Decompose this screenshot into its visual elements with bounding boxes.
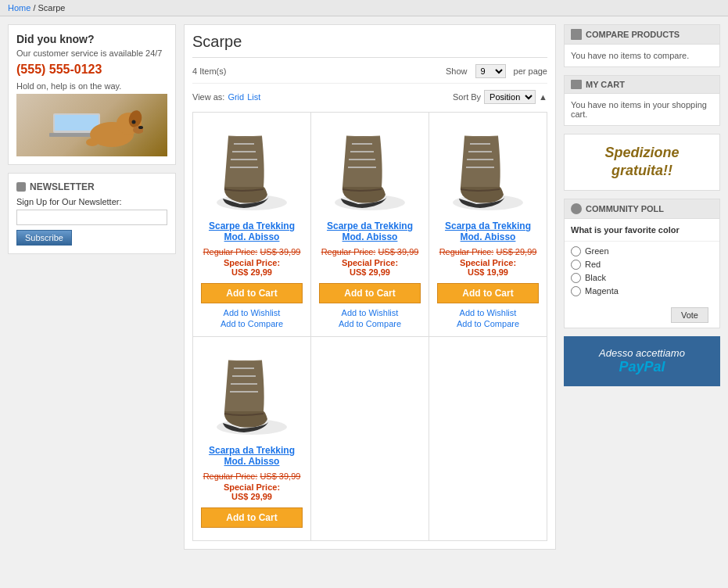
newsletter-box: NEWSLETTER Sign Up for Our Newsletter: S… — [8, 173, 176, 254]
poll-label-red: Red — [585, 260, 601, 269]
svg-point-9 — [86, 138, 99, 146]
boot-svg-3 — [437, 120, 539, 214]
vote-button[interactable]: Vote — [671, 307, 708, 323]
breadcrumb-home[interactable]: Home — [8, 3, 30, 13]
special-price-value-3: US$ 19,99 — [468, 267, 508, 277]
paypal-brand: PayPal — [619, 359, 665, 375]
sort-asc-link[interactable]: ▲ — [539, 92, 547, 102]
products-grid: Scarpe da Trekking Mod. Abisso Regular P… — [192, 112, 547, 337]
per-page-label: per page — [514, 66, 547, 76]
product-cell-2: Scarpe da Trekking Mod. Abisso Regular P… — [311, 113, 429, 337]
products-grid-row2: Scarpa da Trekking Mod. Abisso Regular P… — [192, 337, 547, 541]
compare-icon — [571, 29, 582, 40]
compare-link-3[interactable]: Add to Compare — [457, 319, 519, 328]
newsletter-email-input[interactable] — [16, 210, 167, 225]
paypal-box: Adesso accettiamo PayPal — [564, 336, 720, 386]
special-price-2: Special Price: US$ 29,99 — [342, 258, 398, 277]
per-page-select[interactable]: 9 18 36 — [475, 64, 506, 78]
breadcrumb-separator: / — [33, 3, 35, 13]
sort-select[interactable]: Position Name Price — [484, 90, 536, 104]
cart-icon — [571, 80, 582, 89]
product-name-3[interactable]: Scarpa da Trekking Mod. Abisso — [437, 220, 539, 242]
poll-radio-black[interactable] — [571, 273, 581, 283]
svg-rect-2 — [55, 115, 99, 131]
regular-price-4: Regular Price: US$ 39,99 — [203, 471, 301, 481]
boot-svg-4 — [201, 345, 303, 439]
phone-number: (555) 555-0123 — [16, 63, 167, 77]
product-name-2[interactable]: Scarpe da Trekking Mod. Abisso — [319, 220, 421, 242]
empty-cell-2 — [429, 337, 547, 541]
special-price-1: Special Price: US$ 29,99 — [224, 258, 280, 277]
dog-image — [16, 94, 167, 156]
add-to-cart-btn-4[interactable]: Add to Cart — [201, 507, 303, 528]
svg-point-8 — [131, 120, 135, 124]
community-poll-box: COMMUNITY POLL What is your favorite col… — [564, 199, 720, 328]
add-to-cart-btn-3[interactable]: Add to Cart — [437, 283, 539, 303]
view-options: View as: Grid List — [192, 92, 260, 102]
compare-content: You have no items to compare. — [565, 45, 719, 66]
catalog-title: Scarpe — [192, 33, 547, 58]
catalog-area: Scarpe 4 Item(s) Show 9 18 36 per page V… — [184, 24, 556, 550]
free-shipping-box: Spedizione gratuita!! — [564, 134, 720, 191]
product-cell-4: Scarpa da Trekking Mod. Abisso Regular P… — [193, 337, 311, 541]
special-price-value-1: US$ 29,99 — [231, 267, 272, 277]
free-shipping-text: Spedizione gratuita!! — [574, 144, 710, 181]
poll-question: What is your favorite color — [565, 219, 719, 242]
regular-price-value-3: US$ 29,99 — [496, 247, 536, 256]
product-name-4[interactable]: Scarpa da Trekking Mod. Abisso — [201, 445, 303, 467]
special-price-3: Special Price: US$ 19,99 — [460, 258, 516, 277]
product-links-1: Add to Wishlist Add to Compare — [221, 308, 283, 328]
product-cell-3: Scarpa da Trekking Mod. Abisso Regular P… — [429, 113, 547, 337]
poll-label-black: Black — [585, 273, 606, 282]
regular-price-label-3: Regular Price: — [439, 247, 494, 256]
special-price-value-2: US$ 29,99 — [350, 267, 390, 277]
add-to-cart-btn-2[interactable]: Add to Cart — [319, 283, 421, 303]
dog-illustration — [41, 94, 143, 156]
compare-link-1[interactable]: Add to Compare — [221, 319, 283, 328]
svg-point-7 — [138, 126, 143, 129]
poll-header: COMMUNITY POLL — [565, 199, 719, 219]
toolbar: 4 Item(s) Show 9 18 36 per page — [192, 64, 547, 84]
product-name-1[interactable]: Scarpe da Trekking Mod. Abisso — [201, 220, 303, 242]
poll-radio-green[interactable] — [571, 246, 581, 256]
special-price-4: Special Price: US$ 29,99 — [224, 482, 280, 501]
boot-svg-2 — [319, 120, 421, 214]
compare-header: COMPARE PRODUCTS — [565, 25, 719, 45]
show-label: Show — [446, 66, 468, 76]
newsletter-heading: NEWSLETTER — [16, 181, 167, 192]
wishlist-link-3[interactable]: Add to Wishlist — [457, 308, 519, 317]
right-sidebar: COMPARE PRODUCTS You have no items to co… — [564, 24, 720, 550]
special-price-label-4: Special Price: — [224, 482, 280, 492]
add-to-cart-btn-1[interactable]: Add to Cart — [201, 283, 303, 303]
wishlist-link-2[interactable]: Add to Wishlist — [339, 308, 401, 317]
product-links-2: Add to Wishlist Add to Compare — [339, 308, 401, 328]
compare-link-2[interactable]: Add to Compare — [339, 319, 401, 328]
compare-heading: COMPARE PRODUCTS — [586, 30, 680, 39]
view-grid-link[interactable]: Grid — [228, 92, 244, 102]
poll-option-red: Red — [571, 260, 713, 270]
tag-icon — [16, 182, 26, 192]
regular-price-value-1: US$ 39,99 — [260, 247, 300, 256]
product-image-3 — [437, 120, 539, 214]
regular-price-value-4: US$ 39,99 — [260, 471, 300, 481]
special-price-label-2: Special Price: — [342, 258, 398, 267]
regular-price-2: Regular Price: US$ 39,99 — [321, 247, 419, 256]
subscribe-button[interactable]: Subscribe — [16, 230, 72, 246]
special-price-label-1: Special Price: — [224, 258, 280, 267]
poll-radio-red[interactable] — [571, 260, 581, 270]
regular-price-label-4: Regular Price: — [203, 471, 258, 481]
poll-options: Green Red Black Magenta — [565, 242, 719, 301]
cart-empty-text: You have no items in your shopping cart. — [571, 100, 707, 119]
item-count: 4 Item(s) — [192, 66, 226, 76]
product-cell-1: Scarpe da Trekking Mod. Abisso Regular P… — [193, 113, 311, 337]
poll-icon — [571, 203, 582, 214]
wishlist-link-1[interactable]: Add to Wishlist — [221, 308, 283, 317]
view-list-link[interactable]: List — [247, 92, 260, 102]
did-you-know-text: Our customer service is available 24/7 — [16, 48, 167, 58]
regular-price-3: Regular Price: US$ 29,99 — [439, 247, 537, 256]
product-links-3: Add to Wishlist Add to Compare — [457, 308, 519, 328]
poll-radio-magenta[interactable] — [571, 286, 581, 296]
sort-options: Sort By Position Name Price ▲ — [453, 90, 547, 104]
poll-label-green: Green — [585, 246, 609, 256]
poll-option-green: Green — [571, 246, 713, 256]
